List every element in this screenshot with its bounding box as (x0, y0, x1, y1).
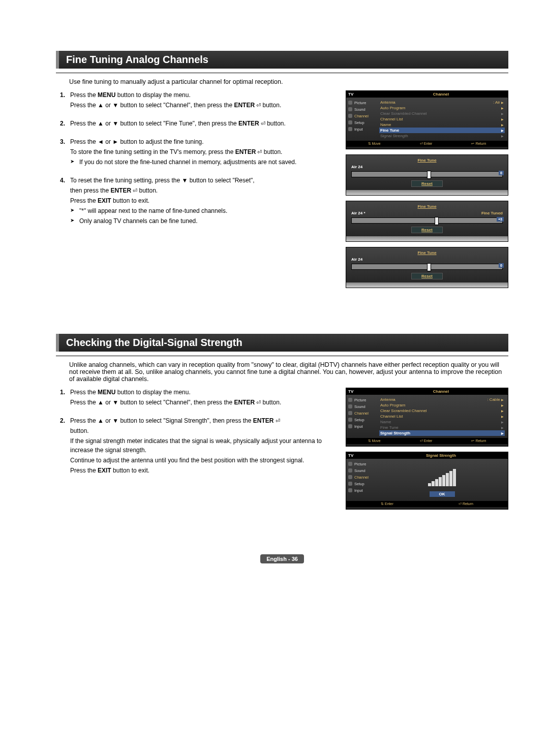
step-line: Continue to adjust the antenna until you… (70, 456, 337, 465)
step-item: 3.Press the ◄ or ► button to adjust the … (56, 137, 337, 168)
intro-text: Unlike analog channels, which can vary i… (69, 361, 508, 383)
screenshots-column: TVChannelPictureSoundChannelSetupInputAn… (346, 90, 508, 293)
step-line: Press the ▲ or ▼ button to select "Chann… (70, 101, 337, 110)
tv-side-item: Input (347, 423, 375, 430)
ft-title: Fine Tune (351, 204, 503, 209)
tv-sidebar: PictureSoundChannelSetupInput (346, 395, 376, 438)
tv-signal-mock: TVSignal StrengthPictureSoundChannelSetu… (346, 452, 508, 510)
section-fine-tuning: Fine Tuning Analog Channels Use fine tun… (56, 51, 508, 293)
ft-handle (427, 263, 431, 271)
tv-side-item: Channel (347, 474, 375, 481)
tv-menu-row: Auto Program (379, 402, 505, 408)
tv-menu-row: Antenna: Air (379, 100, 505, 105)
tv-side-item: Sound (347, 467, 375, 474)
step-line: To store the fine tuning setting in the … (70, 147, 337, 156)
page-number: English - 36 (260, 554, 304, 563)
tv-menu-row: Channel List (379, 414, 505, 419)
tv-sidebar: PictureSoundChannelSetupInput (346, 459, 376, 501)
signal-bars-icon (417, 466, 468, 486)
step-number: 2. (56, 119, 65, 129)
step-item: 2.Press the ▲ or ▼ button to select "Fin… (56, 119, 337, 129)
tv-side-item: Input (347, 487, 375, 494)
step-item: 4.To reset the fine tuning setting, pres… (56, 176, 337, 227)
ft-channel: Air 24 (351, 257, 362, 262)
ft-title: Fine Tune (351, 158, 503, 163)
step-number: 1. (56, 388, 65, 408)
tv-footer: MoveEnterReturn (346, 141, 508, 147)
step-item: 1.Press the MENU button to display the m… (56, 90, 337, 111)
tv-menu-mock: TVChannelPictureSoundChannelSetupInputAn… (346, 388, 508, 447)
ft-slider: +3 (351, 217, 503, 224)
tv-menu-mock: TVChannelPictureSoundChannelSetupInputAn… (346, 90, 508, 149)
tv-sidebar: PictureSoundChannelSetupInput (346, 98, 376, 141)
step-line: Press the EXIT button to exit. (70, 466, 337, 475)
step-line: button. (70, 426, 337, 435)
tv-menu-row: Clear Scrambled Channel (379, 408, 505, 414)
tv-menu-row: Fine Tune (379, 425, 505, 430)
tv-foot-item: Move (368, 439, 381, 443)
step-body: To reset the fine tuning setting, press … (70, 176, 337, 227)
tv-side-item: Sound (347, 106, 375, 113)
step-line: then press the ENTER button. (70, 186, 337, 195)
step-body: Press the MENU button to display the men… (70, 90, 337, 111)
signal-strength-body: OK (376, 459, 508, 501)
step-body: Press the ◄ or ► button to adjust the fi… (70, 137, 337, 168)
intro-text: Use fine tuning to manually adjust a par… (69, 78, 508, 85)
ft-reset-button: Reset (411, 227, 443, 233)
tv-foot-item: Enter (420, 142, 433, 146)
divider (56, 73, 508, 73)
step-number: 2. (56, 416, 65, 476)
step-note: If you do not store the fine-tuned chann… (70, 158, 337, 167)
step-line: Press the MENU button to display the men… (70, 90, 337, 100)
tv-footer: MoveEnterReturn (346, 438, 508, 444)
heading-signal-strength: Checking the Digital-Signal Strength (56, 334, 508, 352)
tv-menu-row: Signal Strength (379, 133, 505, 139)
step-note: Only analog TV channels can be fine tune… (70, 216, 337, 226)
page-footer: English - 36 (56, 555, 508, 562)
tv-foot-item: Enter (420, 439, 433, 443)
step-line: Press the MENU button to display the men… (70, 388, 337, 397)
tv-side-item: Setup (347, 481, 375, 487)
tv-footer: EnterReturn (346, 501, 508, 507)
tv-menu-row: Antenna: Cable (379, 397, 505, 402)
steps-list: 1.Press the MENU button to display the m… (56, 388, 337, 515)
step-number: 3. (56, 137, 65, 168)
step-item: 1.Press the MENU button to display the m… (56, 388, 337, 408)
tv-menu-row: Channel List (379, 116, 505, 122)
tv-menu-list: Antenna: Air Auto Program Clear Scramble… (376, 98, 508, 141)
step-line: To reset the fine tuning setting, press … (70, 176, 337, 185)
ft-channel: Air 24 * (351, 211, 365, 215)
step-body: Press the MENU button to display the men… (70, 388, 337, 408)
screenshots-column: TVChannelPictureSoundChannelSetupInputAn… (346, 388, 508, 515)
tv-label: TV (348, 92, 376, 97)
step-number: 1. (56, 90, 65, 111)
heading-fine-tuning: Fine Tuning Analog Channels (56, 51, 508, 69)
tv-side-item: Channel (347, 113, 375, 119)
tv-menu-row: Name (379, 122, 505, 128)
section-signal-strength: Checking the Digital-Signal Strength Unl… (56, 334, 508, 515)
divider (56, 356, 508, 356)
tv-side-item: Channel (347, 410, 375, 417)
steps-list: 1.Press the MENU button to display the m… (56, 90, 337, 293)
step-line: Press the ▲ or ▼ button to select "Chann… (70, 398, 337, 407)
tv-foot-item: Return (471, 142, 486, 146)
tv-menu-row: Name (379, 419, 505, 425)
step-line: Press the ◄ or ► button to adjust the fi… (70, 137, 337, 146)
ft-reset-button: Reset (411, 273, 443, 279)
ft-slider: 0 (351, 264, 503, 270)
ft-reset-button: Reset (411, 180, 443, 187)
fine-tune-panel: Fine TuneAir 240Reset (346, 247, 508, 288)
tv-menu-row: Auto Program (379, 105, 505, 111)
tv-title: Channel (376, 92, 506, 97)
step-item: 2.Press the ▲ or ▼ button to select "Sig… (56, 416, 337, 476)
tv-side-item: Picture (347, 100, 375, 106)
tv-menu-row: Signal Strength (379, 430, 505, 436)
panel-bottom (346, 282, 508, 288)
tv-side-item: Setup (347, 417, 375, 423)
ft-status: Fine Tuned (481, 211, 503, 215)
step-note: "*" will appear next to the name of fine… (70, 206, 337, 215)
ft-handle (427, 171, 431, 179)
tv-label: TV (348, 389, 376, 394)
tv-title: Signal Strength (376, 453, 506, 458)
ft-channel: Air 24 (351, 165, 362, 169)
